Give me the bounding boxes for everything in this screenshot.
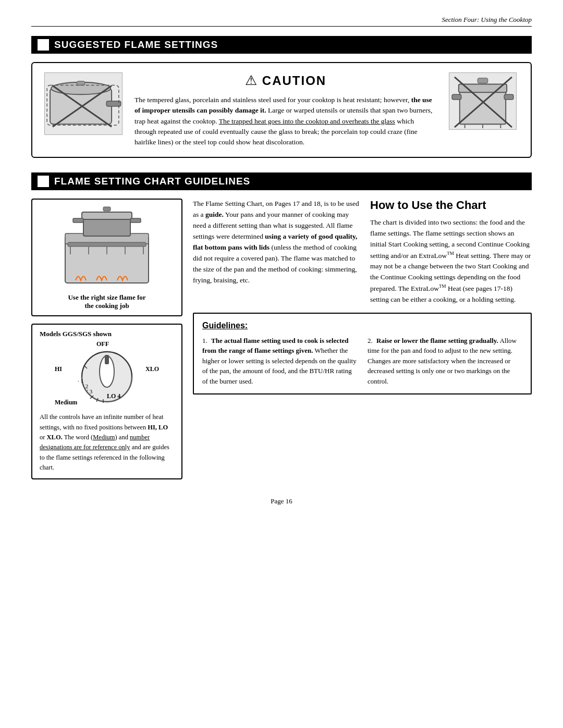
page-number: Page 16 xyxy=(31,497,532,505)
guideline-1-number: 1. xyxy=(202,337,207,344)
svg-rect-22 xyxy=(103,207,111,211)
svg-rect-7 xyxy=(460,91,506,124)
page-header: Section Four: Using the Cooktop xyxy=(31,16,532,27)
how-to-use-box: How to Use the Chart The chart is divide… xyxy=(370,199,532,305)
lo-label: LO 4 xyxy=(107,392,120,400)
caution-title-row: ⚠ CAUTION xyxy=(134,72,437,89)
caution-text-underline: The trapped heat goes into the cooktop a… xyxy=(219,117,395,125)
flame-content-row: Use the right size flame for the cooking… xyxy=(31,199,532,486)
stove-box: Use the right size flame for the cooking… xyxy=(31,199,182,316)
guideline-item-2: 2. Raise or lower the flame setting grad… xyxy=(368,336,522,387)
dial-text-p3: The word ( xyxy=(64,434,93,441)
svg-rect-21 xyxy=(82,212,132,219)
guideline-2-bold: Raise or lower the flame setting gradual… xyxy=(376,337,498,344)
dial-text-p1: All the controls have an infinite number… xyxy=(40,413,163,430)
section2-area: FLAME SETTING CHART GUIDELINES xyxy=(31,172,532,486)
section1-header-bar: SUGGESTED FLAME SETTINGS xyxy=(31,36,532,54)
dial-box: Models GGS/SGS shown OFF HI XLO xyxy=(31,324,182,479)
caution-title: CAUTION xyxy=(262,73,326,88)
section1-black-square xyxy=(38,39,49,51)
dial-container: OFF HI XLO xyxy=(55,340,159,408)
dial-text-p2: or xyxy=(40,434,47,441)
section1-title: SUGGESTED FLAME SETTINGS xyxy=(54,39,218,51)
htu-tm2: TM xyxy=(439,283,446,289)
svg-rect-24 xyxy=(130,218,141,223)
caution-right-image xyxy=(446,72,519,130)
flame-left-col: Use the right size flame for the cooking… xyxy=(31,199,182,486)
section2-header-bar: FLAME SETTING CHART GUIDELINES xyxy=(31,172,532,190)
caution-box: ⚠ CAUTION The tempered glass, porcelain … xyxy=(31,62,532,158)
stove-svg xyxy=(55,205,159,288)
caution-body: The tempered glass, porcelain and stainl… xyxy=(134,95,437,147)
flame-center-text: The Flame Setting Chart, on Pages 17 and… xyxy=(193,199,360,305)
svg-rect-11 xyxy=(504,94,513,100)
stove-caption-line1: Use the right size flame for xyxy=(68,293,145,301)
section2-black-square xyxy=(38,176,49,187)
svg-rect-25 xyxy=(68,242,146,246)
stove-caption: Use the right size flame for the cooking… xyxy=(38,293,176,310)
guideline-item-1: 1. The actual flame setting used to cook… xyxy=(202,336,357,387)
flame-right-top: The Flame Setting Chart, on Pages 17 and… xyxy=(193,199,532,305)
how-to-use-text: The chart is divided into two sections: … xyxy=(370,217,532,305)
dial-text-bold1: HI, LO xyxy=(148,424,168,431)
stove-caption-line2: the cooking job xyxy=(84,302,129,310)
section2-title: FLAME SETTING CHART GUIDELINES xyxy=(54,176,250,187)
caution-text-1: The tempered glass, porcelain and stainl… xyxy=(134,96,409,104)
guidelines-row: 1. The actual flame setting used to cook… xyxy=(202,336,522,387)
guidelines-title: Guidelines: xyxy=(202,321,522,330)
medium-label: Medium xyxy=(55,399,77,406)
dial-text-block: All the controls have an infinite number… xyxy=(40,412,174,473)
dial-underline1: Medium xyxy=(93,434,115,441)
pot-image xyxy=(449,72,517,130)
how-to-use-title: How to Use the Chart xyxy=(370,199,532,212)
header-text: Section Four: Using the Cooktop xyxy=(442,16,532,23)
page-container: Section Four: Using the Cooktop SUGGESTE… xyxy=(0,0,563,728)
dial-text-bold2: XLO. xyxy=(47,434,63,441)
mark3: ' 3 xyxy=(87,388,92,394)
fct-bold1: guide. xyxy=(205,211,224,218)
caution-left-image xyxy=(42,72,125,135)
caution-text-area: ⚠ CAUTION The tempered glass, porcelain … xyxy=(134,72,437,147)
svg-rect-10 xyxy=(452,94,461,100)
svg-rect-9 xyxy=(478,78,488,83)
htu-tm1: TM xyxy=(447,251,454,256)
svg-rect-23 xyxy=(73,218,83,223)
flame-chart-text: The Flame Setting Chart, on Pages 17 and… xyxy=(193,199,360,286)
guidelines-box: Guidelines: 1. The actual flame setting … xyxy=(193,313,532,395)
svg-rect-33 xyxy=(105,355,109,364)
dial-box-title: Models GGS/SGS shown xyxy=(40,330,174,338)
svg-rect-3 xyxy=(77,81,85,85)
guideline-2-number: 2. xyxy=(368,337,373,344)
pan-image xyxy=(44,72,123,135)
caution-icon: ⚠ xyxy=(245,72,257,89)
flame-right-col: The Flame Setting Chart, on Pages 17 and… xyxy=(193,199,532,486)
